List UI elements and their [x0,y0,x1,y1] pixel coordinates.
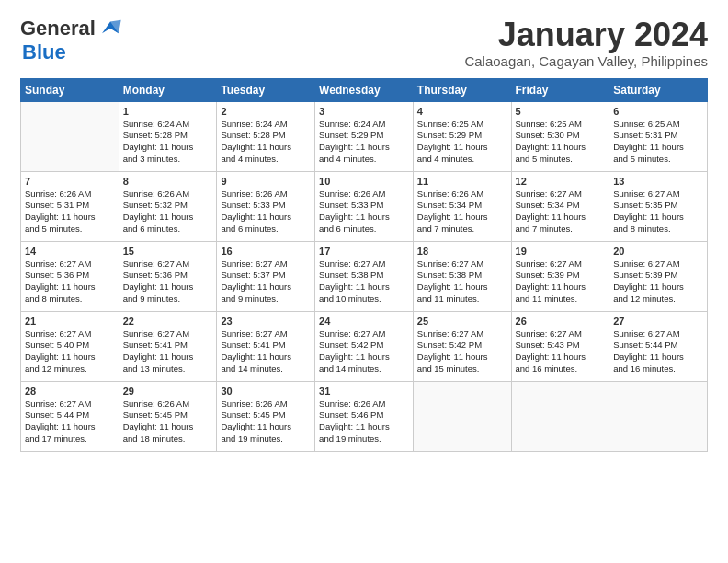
header-tuesday: Tuesday [217,78,315,101]
day-number: 3 [319,106,409,117]
day-info: Sunrise: 6:26 AMSunset: 5:31 PMDaylight:… [25,189,115,236]
day-number: 9 [221,176,311,187]
day-info: Sunrise: 6:27 AMSunset: 5:42 PMDaylight:… [417,328,507,375]
day-info: Sunrise: 6:27 AMSunset: 5:43 PMDaylight:… [516,328,606,375]
day-number: 31 [319,385,409,396]
day-number: 27 [613,316,703,327]
day-info: Sunrise: 6:27 AMSunset: 5:41 PMDaylight:… [221,328,311,375]
day-cell: 10Sunrise: 6:26 AMSunset: 5:33 PMDayligh… [315,171,414,241]
day-info: Sunrise: 6:27 AMSunset: 5:37 PMDaylight:… [221,259,311,305]
day-cell [21,101,119,171]
day-info: Sunrise: 6:27 AMSunset: 5:34 PMDaylight:… [516,189,606,236]
day-number: 14 [25,246,115,257]
day-info: Sunrise: 6:27 AMSunset: 5:38 PMDaylight:… [319,259,409,305]
day-info: Sunrise: 6:27 AMSunset: 5:44 PMDaylight:… [25,398,115,445]
day-number: 1 [123,106,213,117]
day-number: 28 [25,385,115,396]
day-info: Sunrise: 6:24 AMSunset: 5:29 PMDaylight:… [319,119,409,166]
header-friday: Friday [511,78,609,101]
calendar-subtitle: Calaoagan, Cagayan Valley, Philippines [464,53,708,69]
day-number: 10 [319,176,409,187]
day-number: 16 [221,246,311,257]
day-info: Sunrise: 6:24 AMSunset: 5:28 PMDaylight:… [221,119,311,166]
day-info: Sunrise: 6:26 AMSunset: 5:46 PMDaylight:… [319,398,409,445]
day-cell: 17Sunrise: 6:27 AMSunset: 5:38 PMDayligh… [315,241,414,311]
day-number: 6 [613,106,703,117]
day-cell: 6Sunrise: 6:25 AMSunset: 5:31 PMDaylight… [609,101,708,171]
title-block: January 2024 Calaoagan, Cagayan Valley, … [464,17,708,69]
day-number: 26 [516,316,606,327]
day-info: Sunrise: 6:27 AMSunset: 5:41 PMDaylight:… [123,328,213,375]
calendar-table: Sunday Monday Tuesday Wednesday Thursday… [20,78,708,452]
day-cell: 15Sunrise: 6:27 AMSunset: 5:36 PMDayligh… [119,241,217,311]
day-cell: 25Sunrise: 6:27 AMSunset: 5:42 PMDayligh… [413,311,511,381]
day-number: 30 [221,385,311,396]
week-row-3: 21Sunrise: 6:27 AMSunset: 5:40 PMDayligh… [21,311,708,381]
day-cell: 29Sunrise: 6:26 AMSunset: 5:45 PMDayligh… [119,381,217,451]
day-cell: 11Sunrise: 6:26 AMSunset: 5:34 PMDayligh… [413,171,511,241]
logo-bird-icon [97,18,123,35]
day-cell: 9Sunrise: 6:26 AMSunset: 5:33 PMDaylight… [217,171,315,241]
day-cell [413,381,511,451]
day-info: Sunrise: 6:26 AMSunset: 5:32 PMDaylight:… [123,189,213,236]
day-info: Sunrise: 6:26 AMSunset: 5:33 PMDaylight:… [221,189,311,236]
day-cell: 5Sunrise: 6:25 AMSunset: 5:30 PMDaylight… [511,101,609,171]
day-cell: 31Sunrise: 6:26 AMSunset: 5:46 PMDayligh… [315,381,414,451]
day-cell: 19Sunrise: 6:27 AMSunset: 5:39 PMDayligh… [511,241,609,311]
day-cell: 2Sunrise: 6:24 AMSunset: 5:28 PMDaylight… [217,101,315,171]
week-row-1: 7Sunrise: 6:26 AMSunset: 5:31 PMDaylight… [21,171,708,241]
day-number: 24 [319,316,409,327]
header-thursday: Thursday [413,78,511,101]
header: General Blue January 2024 Calaoagan, Cag… [20,17,708,69]
day-cell: 24Sunrise: 6:27 AMSunset: 5:42 PMDayligh… [315,311,414,381]
calendar-body: 1Sunrise: 6:24 AMSunset: 5:28 PMDaylight… [21,101,708,451]
day-info: Sunrise: 6:27 AMSunset: 5:44 PMDaylight:… [613,328,703,375]
day-cell [609,381,708,451]
week-row-2: 14Sunrise: 6:27 AMSunset: 5:36 PMDayligh… [21,241,708,311]
day-info: Sunrise: 6:27 AMSunset: 5:35 PMDaylight:… [613,189,703,236]
day-info: Sunrise: 6:27 AMSunset: 5:36 PMDaylight:… [123,259,213,305]
day-info: Sunrise: 6:26 AMSunset: 5:45 PMDaylight:… [221,398,311,445]
day-info: Sunrise: 6:24 AMSunset: 5:28 PMDaylight:… [123,119,213,166]
day-cell: 20Sunrise: 6:27 AMSunset: 5:39 PMDayligh… [609,241,708,311]
day-number: 15 [123,246,213,257]
week-row-0: 1Sunrise: 6:24 AMSunset: 5:28 PMDaylight… [21,101,708,171]
day-info: Sunrise: 6:25 AMSunset: 5:31 PMDaylight:… [613,119,703,166]
day-cell [511,381,609,451]
day-info: Sunrise: 6:27 AMSunset: 5:36 PMDaylight:… [25,259,115,305]
logo-blue: Blue [22,40,66,63]
day-cell: 22Sunrise: 6:27 AMSunset: 5:41 PMDayligh… [119,311,217,381]
day-cell: 8Sunrise: 6:26 AMSunset: 5:32 PMDaylight… [119,171,217,241]
day-number: 20 [613,246,703,257]
day-number: 21 [25,316,115,327]
calendar-header: Sunday Monday Tuesday Wednesday Thursday… [21,78,708,101]
day-cell: 16Sunrise: 6:27 AMSunset: 5:37 PMDayligh… [217,241,315,311]
calendar-title: January 2024 [464,17,708,53]
day-number: 12 [516,176,606,187]
day-number: 17 [319,246,409,257]
header-saturday: Saturday [609,78,708,101]
svg-marker-1 [110,20,121,33]
day-info: Sunrise: 6:25 AMSunset: 5:30 PMDaylight:… [516,119,606,166]
header-row: Sunday Monday Tuesday Wednesday Thursday… [21,78,708,101]
day-cell: 21Sunrise: 6:27 AMSunset: 5:40 PMDayligh… [21,311,119,381]
day-cell: 18Sunrise: 6:27 AMSunset: 5:38 PMDayligh… [413,241,511,311]
day-cell: 30Sunrise: 6:26 AMSunset: 5:45 PMDayligh… [217,381,315,451]
day-info: Sunrise: 6:27 AMSunset: 5:38 PMDaylight:… [417,259,507,305]
day-info: Sunrise: 6:26 AMSunset: 5:34 PMDaylight:… [417,189,507,236]
day-cell: 13Sunrise: 6:27 AMSunset: 5:35 PMDayligh… [609,171,708,241]
day-number: 5 [516,106,606,117]
day-info: Sunrise: 6:27 AMSunset: 5:40 PMDaylight:… [25,328,115,375]
day-cell: 27Sunrise: 6:27 AMSunset: 5:44 PMDayligh… [609,311,708,381]
day-info: Sunrise: 6:26 AMSunset: 5:45 PMDaylight:… [123,398,213,445]
day-number: 13 [613,176,703,187]
day-info: Sunrise: 6:25 AMSunset: 5:29 PMDaylight:… [417,119,507,166]
day-number: 25 [417,316,507,327]
day-cell: 28Sunrise: 6:27 AMSunset: 5:44 PMDayligh… [21,381,119,451]
day-number: 19 [516,246,606,257]
day-number: 22 [123,316,213,327]
day-cell: 4Sunrise: 6:25 AMSunset: 5:29 PMDaylight… [413,101,511,171]
header-wednesday: Wednesday [315,78,414,101]
logo: General Blue [20,17,123,64]
day-cell: 23Sunrise: 6:27 AMSunset: 5:41 PMDayligh… [217,311,315,381]
